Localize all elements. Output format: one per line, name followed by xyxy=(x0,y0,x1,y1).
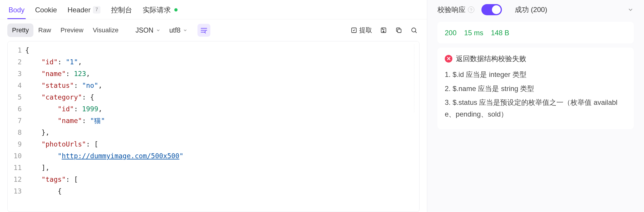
chevron-down-icon[interactable] xyxy=(627,6,634,13)
body-toolbar: Pretty Raw Preview Visualize JSON utf8 提… xyxy=(0,19,427,41)
validate-label-text: 校验响应 xyxy=(437,5,466,14)
validation-card-title-row: ✕ 返回数据结构校验失败 xyxy=(445,54,626,63)
copy-button[interactable] xyxy=(393,25,404,36)
tab-label: Cookie xyxy=(35,6,57,14)
validate-toggle[interactable] xyxy=(481,4,502,15)
search-icon xyxy=(410,27,418,34)
copy-icon xyxy=(395,27,402,34)
extract-label: 提取 xyxy=(359,26,372,35)
save-icon xyxy=(380,27,387,34)
validation-error-item: 2. $.name 应当是 string 类型 xyxy=(445,83,626,95)
metric-time: 15 ms xyxy=(464,29,483,37)
view-mode-preview[interactable]: Preview xyxy=(56,23,88,37)
tab-label: Body xyxy=(8,6,25,14)
save-button[interactable] xyxy=(378,25,389,36)
format-dropdown[interactable]: JSON xyxy=(135,26,160,34)
view-mode-group: Pretty Raw Preview Visualize xyxy=(7,23,123,37)
line-wrap-icon xyxy=(200,26,208,34)
validate-response-label: 校验响应 ? xyxy=(437,5,474,14)
response-body-editor[interactable]: 12345678910111213 { "id": "1", "name": 1… xyxy=(7,41,420,212)
validation-error-list: 1. $.id 应当是 integer 类型2. $.name 应当是 stri… xyxy=(445,69,626,120)
format-dropdown-group: JSON utf8 xyxy=(135,26,188,34)
error-icon: ✕ xyxy=(445,55,452,63)
metric-size: 148 B xyxy=(491,29,509,37)
validation-error-item: 3. $.status 应当是预设定的枚举值之一（枚举值 available、p… xyxy=(445,97,626,120)
validation-header: 校验响应 ? 成功 (200) xyxy=(437,0,634,19)
tab-label: 实际请求 xyxy=(143,5,171,15)
view-mode-visualize[interactable]: Visualize xyxy=(88,23,123,37)
tab-console[interactable]: 控制台 xyxy=(110,0,133,19)
extract-button[interactable]: 提取 xyxy=(349,25,374,36)
code-content: { "id": "1", "name": 123, "status": "no"… xyxy=(25,41,419,212)
line-wrap-toggle[interactable] xyxy=(197,24,210,37)
svg-point-7 xyxy=(412,28,416,32)
metric-status: 200 xyxy=(445,29,456,37)
encoding-dropdown[interactable]: utf8 xyxy=(169,26,188,34)
response-metrics: 200 15 ms 148 B xyxy=(437,22,634,43)
validation-card-title: 返回数据结构校验失败 xyxy=(456,54,526,63)
view-mode-pretty[interactable]: Pretty xyxy=(7,23,33,37)
tab-header[interactable]: Header 7 xyxy=(66,1,101,19)
tab-label: 控制台 xyxy=(111,5,132,15)
tab-actual-request[interactable]: 实际请求 xyxy=(142,0,179,19)
tab-label: Header xyxy=(67,6,91,14)
format-value: JSON xyxy=(135,26,153,34)
minimap xyxy=(414,44,419,112)
encoding-value: utf8 xyxy=(169,26,180,34)
svg-rect-6 xyxy=(398,29,401,33)
validation-panel: 校验响应 ? 成功 (200) 200 15 ms 148 B ✕ 返回数据结构… xyxy=(427,0,644,212)
chevron-down-icon xyxy=(156,28,161,33)
header-count-badge: 7 xyxy=(93,6,100,13)
response-tabs: Body Cookie Header 7 控制台 实际请求 xyxy=(0,0,427,19)
tab-body[interactable]: Body xyxy=(7,1,26,19)
chevron-down-icon xyxy=(183,28,188,33)
help-icon[interactable]: ? xyxy=(468,6,474,13)
validation-error-item: 1. $.id 应当是 integer 类型 xyxy=(445,69,626,80)
tab-cookie[interactable]: Cookie xyxy=(34,1,58,19)
response-left-panel: Body Cookie Header 7 控制台 实际请求 Pretty Raw… xyxy=(0,0,427,212)
view-mode-raw[interactable]: Raw xyxy=(33,23,56,37)
extract-icon xyxy=(350,27,357,34)
search-button[interactable] xyxy=(408,25,420,36)
validation-errors-card: ✕ 返回数据结构校验失败 1. $.id 应当是 integer 类型2. $.… xyxy=(437,48,634,129)
status-dot-icon xyxy=(174,8,178,11)
svg-line-8 xyxy=(415,31,417,33)
response-status-text: 成功 (200) xyxy=(515,5,623,14)
line-number-gutter: 12345678910111213 xyxy=(8,41,25,212)
